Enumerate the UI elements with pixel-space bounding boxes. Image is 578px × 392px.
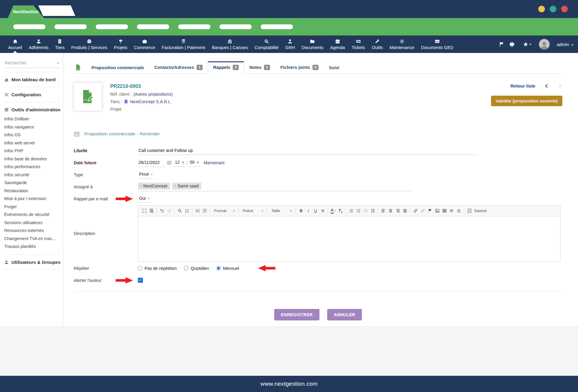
radio-mensuel[interactable]: Mensuel [216,266,239,271]
cancel-button[interactable]: ANNULER [327,309,362,320]
sidebar-item-users-groups[interactable]: Utilisateurs & Groupes [4,259,59,266]
editor-bold-button[interactable]: B [297,207,305,215]
tab-contacts-adresses[interactable]: Contacts/Adresses1 [149,62,208,73]
sidebar-item-admin-tools[interactable]: Outils d'administration [4,106,59,113]
source-code-icon[interactable] [466,207,472,215]
editor-horizontal-rule-button[interactable] [448,207,455,215]
sidebar-item-infos-performances[interactable]: Infos performances [4,163,59,171]
nav-item-commerce[interactable]: Commerce [131,35,158,53]
editor-ordered-list-button[interactable]: 123 [347,207,355,215]
sidebar-item-restauration[interactable]: Restauration [4,187,59,195]
sidebar-item-infos-navigateur[interactable]: Infos navigateur [4,123,59,131]
avatar[interactable] [539,39,550,50]
sidebar-item-purger[interactable]: Purger [4,203,59,211]
tab-suivi[interactable]: Suivi [324,62,344,73]
editor-select-all-button[interactable] [201,207,208,215]
sidebar-item-infos-os[interactable]: Infos OS [4,131,59,139]
sidebar-item-sauvegarde[interactable]: Sauvegarde [4,179,59,187]
sidebar-item-infos-php[interactable]: Infos PHP [4,147,59,155]
editor-remove-format-button[interactable]: Tx [337,207,344,215]
editor-dropdown-police[interactable]: Police▾ [240,207,266,215]
editor-italic-button[interactable]: I [305,207,312,215]
editor-dropdown-format[interactable]: Format▾ [212,207,237,215]
back-to-list-link[interactable]: Retour liste [510,83,535,88]
document-ref[interactable]: PR2210-0003 [110,83,173,89]
alerter-checkbox[interactable]: ✓ [138,278,143,283]
assignee-tags[interactable]: ×NextConcept×Samir saad [138,182,411,191]
tab-fichiers-joints[interactable]: Fichiers joints2 [275,62,324,73]
chevron-left-icon[interactable] [544,84,549,88]
editor-strikethrough-button[interactable]: S [319,207,326,215]
nav-item-grh[interactable]: GRH [282,35,298,53]
assignee-tag-nextconcept[interactable]: ×NextConcept [138,183,170,190]
editor-table-button[interactable] [441,207,448,215]
footer-url[interactable]: www.nextgestion.com [260,381,317,387]
editor-indent-button[interactable] [369,207,376,215]
sidebar-item-changement-tva-en-mas[interactable]: Changement TVA en mas… [4,235,59,243]
ref-client-value[interactable]: (Autres propositions) [133,92,173,97]
save-button[interactable]: ENREGISTRER [274,309,319,320]
nav-item-banques-caisses[interactable]: Banques | Caisses [209,35,251,53]
hour-select[interactable]: 12 ∨ [174,159,185,167]
editor-preview-button[interactable] [148,207,155,215]
editor-maximize-button[interactable] [141,207,148,215]
nav-item-documents-ged[interactable]: GEDDocuments GED [418,35,457,53]
editor-find-button[interactable] [176,207,183,215]
nav-item-accueil[interactable]: Accueil [5,35,25,53]
nav-item-comptabilite[interactable]: $Comptabilité [251,35,282,53]
sidebar-item-infos-dolibarr[interactable]: Infos Dolibarr [4,115,59,123]
nav-item-tiers[interactable]: Tiers [52,35,68,53]
editor-underline-button[interactable]: U [312,207,319,215]
libelle-input[interactable] [138,147,478,155]
tab-notes[interactable]: Notes2 [244,62,275,73]
sidebar-item-infos-web-server[interactable]: Infos web server [4,139,59,147]
type-select[interactable]: Privé ▾ [138,171,154,179]
calendar-picker-icon[interactable] [167,160,172,165]
sidebar-item-infos-base-de-donnees[interactable]: Infos base de données [4,155,59,163]
flag-icon[interactable] [499,42,505,47]
sidebar-item-configuration[interactable]: Configuration [4,91,59,98]
editor-align-right-button[interactable] [394,207,401,215]
nav-item-maintenance[interactable]: Maintenance [386,35,418,53]
tiers-value[interactable]: NextConcept S.A.R.L [130,99,171,104]
editor-content-area[interactable] [138,216,560,261]
editor-unordered-list-button[interactable] [355,207,362,215]
nav-item-agenda[interactable]: Agenda [327,35,348,53]
editor-align-justify-button[interactable] [401,207,409,215]
editor-source-button[interactable]: Source [466,207,487,215]
editor-align-left-button[interactable] [380,207,387,215]
search-box[interactable]: ▾ [4,59,59,68]
editor-dropdown-taille[interactable]: Taille▾ [269,207,294,215]
user-menu[interactable]: admin ▾ [557,42,573,47]
sidebar-item-evenements-de-securite[interactable]: Événements de sécurité [4,211,59,219]
editor-replace-button[interactable]: ab [183,207,191,215]
window-dot-3[interactable] [561,6,568,12]
radio-pas-de-repetition[interactable]: Pas de répétition [138,266,177,271]
date-input[interactable] [138,159,165,167]
editor-anchor-flag-button[interactable] [426,207,434,215]
bookmarks-star-icon[interactable]: ★ ▾ [523,41,531,47]
minute-select[interactable]: 00 ∨ [188,159,200,167]
editor-div-container-button[interactable]: DIV [194,207,201,215]
tab-rappels[interactable]: Rappels3 [208,61,244,74]
radio-quotidien[interactable]: Quotidien [184,266,209,271]
editor-undo-button[interactable] [158,207,166,215]
nav-item-tickets[interactable]: Tickets [348,35,368,53]
assignee-tag-samir-saad[interactable]: ×Samir saad [172,183,201,190]
search-input[interactable] [5,60,50,65]
printer-icon[interactable] [509,42,515,47]
sidebar-item-infos-securite[interactable]: Infos sécurité [4,171,59,179]
editor-align-center-button[interactable] [387,207,394,215]
nav-item-adherents[interactable]: Adhérents [25,35,52,53]
remove-tag-icon[interactable]: × [140,184,142,188]
editor-text-color-button[interactable]: A▾ [330,207,337,215]
sidebar-item-sessions-utilisateurs[interactable]: Sessions utilisateurs [4,219,59,227]
editor-image-button[interactable] [434,207,441,215]
sidebar-item-travaux-planifies[interactable]: Travaux planifiés [4,242,59,251]
nav-item-outils[interactable]: Outils [368,35,386,53]
nav-item-projets[interactable]: Projets [110,35,131,53]
rappel-email-select[interactable]: Oui ▾ [138,195,151,203]
editor-link-button[interactable] [412,207,419,215]
window-dot-1[interactable] [538,6,545,12]
remove-tag-icon[interactable]: × [174,184,176,188]
